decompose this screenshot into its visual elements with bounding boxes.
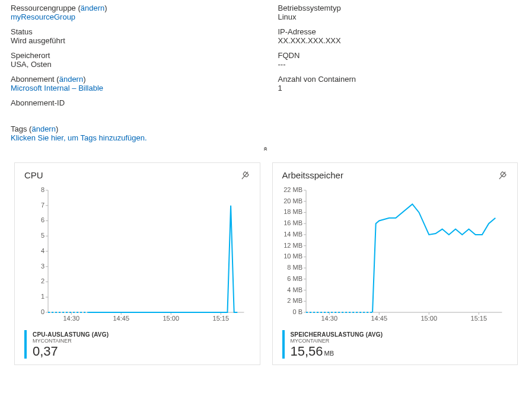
cpu-legend: CPU-AUSLASTUNG (AVG) MYCONTAINER 0,37 (24, 324, 250, 359)
svg-text:2: 2 (41, 278, 44, 285)
svg-text:0: 0 (41, 308, 44, 315)
property-item: Ressourcengruppe (ändern)myResourceGroup (11, 4, 254, 21)
tags-change-link[interactable]: ändern (31, 124, 55, 133)
property-label: Abonnement-ID (11, 98, 254, 107)
property-item: SpeicherortUSA, Osten (11, 51, 254, 69)
svg-text:15:00: 15:00 (420, 315, 437, 322)
memory-legend-unit: MB (324, 350, 335, 357)
property-label: Status (11, 27, 254, 36)
memory-legend-color (282, 330, 285, 359)
property-item: Anzahl von Containern1 (278, 75, 522, 92)
tags-add-link[interactable]: Klicken Sie hier, um Tags hinzuzufügen. (11, 133, 147, 142)
tags-row: Tags (ändern) Klicken Sie hier, um Tags … (0, 122, 532, 142)
svg-text:14:30: 14:30 (63, 315, 79, 322)
memory-chart-plot: 0 B2 MB4 MB6 MB8 MB10 MB12 MB14 MB16 MB1… (282, 188, 508, 324)
property-label: FQDN (278, 51, 522, 60)
svg-text:16 MB: 16 MB (283, 219, 302, 226)
svg-text:8 MB: 8 MB (287, 264, 302, 271)
svg-text:7: 7 (41, 202, 44, 209)
property-label: Abonnement (ändern) (11, 75, 254, 84)
svg-text:1: 1 (41, 293, 44, 300)
cpu-chart-plot: 01234567814:3014:4515:0015:15 (24, 188, 250, 324)
cpu-legend-sub: MYCONTAINER (33, 338, 109, 344)
memory-chart-title: Arbeitsspeicher (282, 170, 343, 180)
pin-icon[interactable] (240, 170, 250, 183)
svg-text:6 MB: 6 MB (287, 275, 302, 282)
memory-legend-metric: SPEICHERAUSLASTUNG (AVG) (291, 331, 383, 338)
svg-text:8: 8 (41, 186, 44, 193)
property-item: BetriebssystemtypLinux (278, 4, 522, 21)
memory-legend-sub: MYCONTAINER (291, 338, 383, 344)
cpu-legend-metric: CPU-AUSLASTUNG (AVG) (33, 331, 109, 338)
properties-left-column: Ressourcengruppe (ändern)myResourceGroup… (11, 4, 254, 122)
property-change-link[interactable]: ändern (59, 75, 83, 84)
svg-text:14:30: 14:30 (321, 315, 337, 322)
property-value: Wird ausgeführt (11, 36, 254, 45)
chevron-up-icon: « (262, 147, 270, 151)
svg-text:12 MB: 12 MB (283, 242, 302, 249)
svg-text:4: 4 (41, 247, 44, 254)
pin-icon[interactable] (497, 170, 508, 183)
property-label: Anzahl von Containern (278, 75, 522, 84)
memory-legend: SPEICHERAUSLASTUNG (AVG) MYCONTAINER 15,… (282, 324, 508, 359)
svg-text:15:15: 15:15 (213, 315, 230, 322)
property-value[interactable]: myResourceGroup (11, 12, 254, 21)
svg-text:14:45: 14:45 (113, 315, 129, 322)
svg-text:15:00: 15:00 (163, 315, 179, 322)
cpu-chart-card: CPU 01234567814:3014:4515:0015:15 CPU-AU… (14, 162, 260, 365)
property-item: Abonnement (ändern)Microsoft Internal – … (11, 75, 254, 92)
property-change-link[interactable]: ändern (81, 4, 104, 12)
svg-text:14:45: 14:45 (371, 315, 387, 322)
property-item: Abonnement-ID (11, 98, 254, 116)
properties-right-column: BetriebssystemtypLinuxIP-AdresseXX.XXX.X… (278, 4, 522, 122)
svg-text:0 B: 0 B (292, 308, 302, 315)
property-label: Ressourcengruppe (ändern) (11, 4, 254, 12)
svg-text:3: 3 (41, 263, 44, 270)
properties-panel: Ressourcengruppe (ändern)myResourceGroup… (0, 0, 532, 122)
property-item: FQDN--- (278, 51, 522, 69)
svg-text:14 MB: 14 MB (283, 231, 302, 238)
memory-chart-card: Arbeitsspeicher 0 B2 MB4 MB6 MB8 MB10 MB… (272, 162, 518, 365)
cpu-legend-color (24, 330, 27, 359)
property-value (11, 107, 254, 116)
property-value: Linux (278, 12, 522, 21)
property-value[interactable]: Microsoft Internal – Billable (11, 84, 254, 92)
svg-text:5: 5 (41, 232, 44, 239)
svg-text:2 MB: 2 MB (287, 297, 302, 304)
property-label: Betriebssystemtyp (278, 4, 522, 12)
svg-text:10 MB: 10 MB (283, 252, 302, 260)
svg-text:15:15: 15:15 (470, 315, 487, 322)
svg-text:6: 6 (41, 217, 44, 224)
svg-text:22 MB: 22 MB (283, 186, 302, 193)
cpu-chart-title: CPU (24, 170, 43, 180)
tags-label: Tags (11, 124, 27, 133)
memory-legend-value: 15,56 (291, 344, 323, 359)
property-value: --- (278, 60, 522, 69)
property-value: 1 (278, 84, 522, 92)
property-item: StatusWird ausgeführt (11, 27, 254, 45)
svg-text:20 MB: 20 MB (283, 197, 302, 204)
svg-text:4 MB: 4 MB (287, 286, 302, 293)
property-item: IP-AdresseXX.XXX.XXX.XXX (278, 27, 522, 45)
collapse-properties-button[interactable]: « (0, 143, 532, 154)
property-label: IP-Adresse (278, 27, 522, 36)
property-value: XX.XXX.XXX.XXX (278, 36, 522, 45)
svg-text:18 MB: 18 MB (283, 208, 302, 215)
charts-row: CPU 01234567814:3014:4515:0015:15 CPU-AU… (0, 154, 532, 376)
property-label: Speicherort (11, 51, 254, 60)
property-value: USA, Osten (11, 60, 254, 69)
cpu-legend-value: 0,37 (33, 345, 109, 358)
